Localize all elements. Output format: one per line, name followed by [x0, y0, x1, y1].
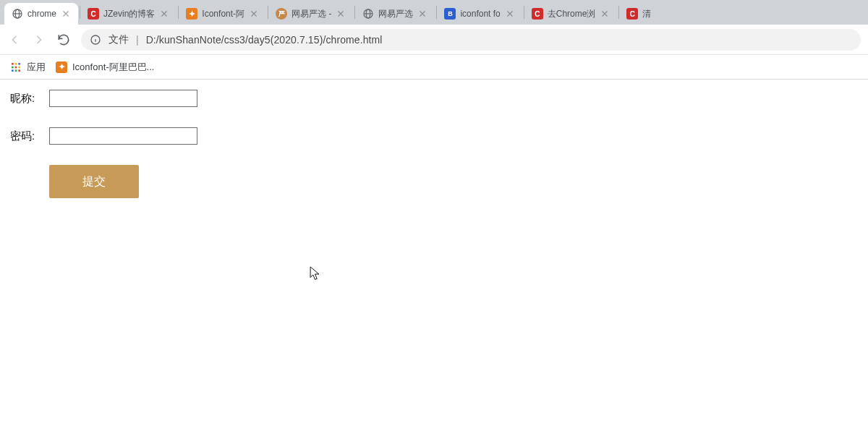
tab-jzevin[interactable]: C JZevin的博客	[80, 3, 176, 25]
iconfont-icon: ✦	[56, 61, 67, 73]
svg-rect-6	[15, 63, 17, 65]
tab-wangyi-1[interactable]: 严 网易严选 -	[268, 3, 353, 25]
url-text: D:/kunShanNote/css3/day5(2020.7.15)/chro…	[146, 34, 383, 46]
bookmark-iconfont[interactable]: ✦ Iconfont-阿里巴巴...	[56, 61, 154, 74]
svg-rect-13	[18, 69, 20, 72]
svg-rect-5	[12, 63, 14, 65]
csdn-icon: C	[88, 8, 99, 20]
tab-quchrome[interactable]: C 去Chrome浏	[524, 3, 618, 25]
tab-title: Iconfont-阿	[202, 8, 244, 20]
reload-icon[interactable]	[56, 33, 71, 47]
submit-wrap: 提交	[10, 165, 858, 198]
tab-title: chrome	[27, 9, 56, 19]
address-bar[interactable]: 文件 | D:/kunShanNote/css3/day5(2020.7.15)…	[81, 29, 861, 51]
apps-label: 应用	[27, 61, 46, 74]
tab-strip: chrome C JZevin的博客 ✦ Iconfont-阿 严 网易严选 -…	[0, 0, 868, 25]
tab-qing[interactable]: C 清	[619, 3, 658, 25]
tab-chrome[interactable]: chrome	[4, 3, 78, 25]
csdn-icon: C	[532, 8, 543, 20]
csdn-icon: C	[626, 8, 638, 20]
tab-title: JZevin的博客	[103, 8, 155, 20]
nickname-input[interactable]	[49, 90, 197, 107]
bookmark-label: Iconfont-阿里巴巴...	[72, 61, 154, 74]
tab-title: 网易严选 -	[292, 8, 331, 20]
close-icon[interactable]	[249, 9, 259, 19]
baidu-icon: B	[444, 8, 456, 20]
svg-rect-10	[18, 66, 20, 68]
tab-iconfont-fo[interactable]: B iconfont fo	[437, 3, 522, 25]
svg-rect-11	[12, 69, 14, 72]
tab-title: 清	[642, 8, 651, 20]
cursor-icon	[310, 266, 320, 282]
iconfont-icon: ✦	[186, 8, 197, 20]
globe-icon	[12, 8, 23, 20]
page-content: 昵称: 密码: 提交	[0, 80, 868, 208]
wangyi-icon: 严	[276, 8, 287, 20]
bookmarks-bar: 应用 ✦ Iconfont-阿里巴巴...	[0, 55, 868, 80]
close-icon[interactable]	[336, 9, 346, 19]
file-scheme-label: 文件	[109, 33, 129, 46]
apps-icon	[10, 61, 22, 73]
forward-icon[interactable]	[32, 33, 46, 47]
close-icon[interactable]	[600, 9, 610, 19]
password-row: 密码:	[10, 127, 858, 145]
close-icon[interactable]	[159, 9, 169, 19]
info-icon	[90, 34, 101, 46]
svg-rect-7	[18, 63, 20, 65]
separator: |	[136, 34, 139, 46]
nickname-label: 昵称:	[10, 92, 45, 106]
password-input[interactable]	[49, 127, 197, 145]
tab-iconfont[interactable]: ✦ Iconfont-阿	[179, 3, 266, 25]
globe-icon	[362, 8, 374, 20]
tab-title: iconfont fo	[460, 9, 500, 19]
password-label: 密码:	[10, 129, 45, 143]
toolbar: 文件 | D:/kunShanNote/css3/day5(2020.7.15)…	[0, 25, 868, 55]
nickname-row: 昵称:	[10, 90, 858, 107]
close-icon[interactable]	[61, 9, 71, 19]
svg-rect-9	[15, 66, 17, 68]
back-icon[interactable]	[7, 33, 22, 47]
svg-rect-8	[12, 66, 14, 68]
tab-wangyi-2[interactable]: 网易严选	[355, 3, 435, 25]
svg-rect-12	[15, 69, 17, 72]
close-icon[interactable]	[505, 9, 515, 19]
apps-shortcut[interactable]: 应用	[10, 61, 46, 74]
tab-title: 网易严选	[378, 8, 413, 20]
submit-button[interactable]: 提交	[49, 165, 139, 198]
tab-title: 去Chrome浏	[548, 8, 596, 20]
close-icon[interactable]	[417, 9, 427, 19]
